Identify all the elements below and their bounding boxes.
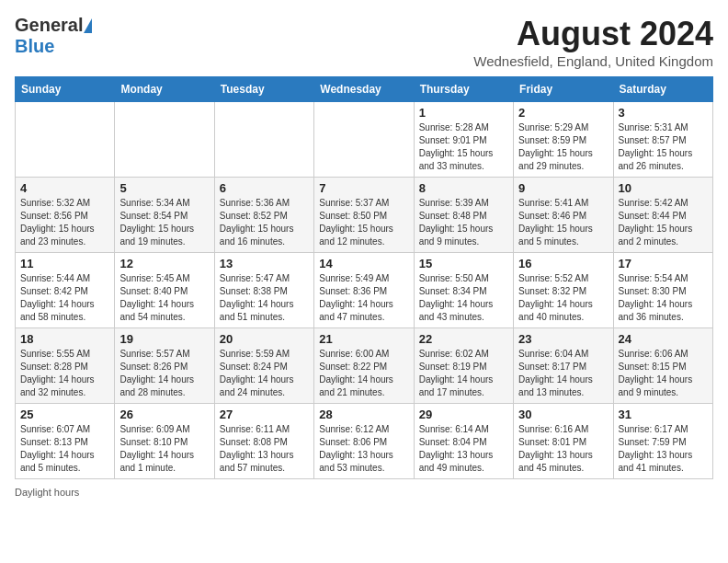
logo-general-text: General	[15, 15, 83, 36]
calendar-cell: 30Sunrise: 6:16 AM Sunset: 8:01 PM Dayli…	[514, 404, 613, 479]
calendar-cell: 16Sunrise: 5:52 AM Sunset: 8:32 PM Dayli…	[514, 253, 613, 328]
calendar-body: 1Sunrise: 5:28 AM Sunset: 9:01 PM Daylig…	[16, 102, 713, 479]
day-of-week-header: Wednesday	[314, 77, 414, 102]
calendar-cell: 3Sunrise: 5:31 AM Sunset: 8:57 PM Daylig…	[613, 102, 712, 178]
day-info: Sunrise: 5:37 AM Sunset: 8:50 PM Dayligh…	[319, 197, 408, 248]
day-number: 26	[119, 408, 209, 421]
calendar-cell: 25Sunrise: 6:07 AM Sunset: 8:13 PM Dayli…	[16, 404, 115, 479]
calendar-cell: 24Sunrise: 6:06 AM Sunset: 8:15 PM Dayli…	[613, 328, 712, 404]
calendar-cell: 19Sunrise: 5:57 AM Sunset: 8:26 PM Dayli…	[115, 328, 214, 404]
calendar-cell: 13Sunrise: 5:47 AM Sunset: 8:38 PM Dayli…	[214, 253, 313, 328]
day-of-week-header: Saturday	[613, 77, 712, 102]
day-of-week-header: Friday	[514, 77, 613, 102]
day-number: 3	[619, 106, 708, 120]
day-info: Sunrise: 6:07 AM Sunset: 8:13 PM Dayligh…	[20, 423, 109, 475]
calendar-cell: 21Sunrise: 6:00 AM Sunset: 8:22 PM Dayli…	[314, 328, 414, 404]
day-info: Sunrise: 5:45 AM Sunset: 8:40 PM Dayligh…	[119, 272, 209, 324]
day-info: Sunrise: 5:52 AM Sunset: 8:32 PM Dayligh…	[518, 272, 608, 324]
calendar-cell: 23Sunrise: 6:04 AM Sunset: 8:17 PM Dayli…	[514, 328, 613, 404]
day-info: Sunrise: 5:49 AM Sunset: 8:36 PM Dayligh…	[319, 272, 408, 324]
day-number: 27	[220, 408, 309, 421]
calendar-cell: 5Sunrise: 5:34 AM Sunset: 8:54 PM Daylig…	[115, 178, 214, 253]
day-info: Sunrise: 6:00 AM Sunset: 8:22 PM Dayligh…	[319, 348, 408, 399]
day-info: Sunrise: 6:11 AM Sunset: 8:08 PM Dayligh…	[220, 423, 309, 475]
calendar-cell: 15Sunrise: 5:50 AM Sunset: 8:34 PM Dayli…	[414, 253, 513, 328]
logo: General Blue	[15, 15, 92, 57]
day-number: 28	[319, 408, 408, 421]
day-of-week-header: Monday	[115, 77, 214, 102]
calendar-cell: 27Sunrise: 6:11 AM Sunset: 8:08 PM Dayli…	[214, 404, 313, 479]
day-info: Sunrise: 5:57 AM Sunset: 8:26 PM Dayligh…	[119, 348, 209, 399]
footer-note: Daylight hours	[15, 487, 713, 498]
calendar-week-row: 25Sunrise: 6:07 AM Sunset: 8:13 PM Dayli…	[16, 404, 713, 479]
day-info: Sunrise: 5:54 AM Sunset: 8:30 PM Dayligh…	[619, 272, 708, 324]
day-number: 11	[20, 257, 109, 270]
day-info: Sunrise: 6:16 AM Sunset: 8:01 PM Dayligh…	[518, 423, 608, 475]
day-number: 21	[319, 332, 408, 346]
day-info: Sunrise: 5:36 AM Sunset: 8:52 PM Dayligh…	[220, 197, 309, 248]
days-of-week-row: SundayMondayTuesdayWednesdayThursdayFrid…	[16, 77, 713, 102]
calendar-cell	[16, 102, 115, 178]
day-info: Sunrise: 5:29 AM Sunset: 8:59 PM Dayligh…	[518, 121, 608, 173]
day-number: 4	[20, 181, 109, 195]
day-number: 10	[619, 181, 708, 195]
day-info: Sunrise: 5:41 AM Sunset: 8:46 PM Dayligh…	[518, 197, 608, 248]
calendar-cell: 26Sunrise: 6:09 AM Sunset: 8:10 PM Dayli…	[115, 404, 214, 479]
day-number: 18	[20, 332, 109, 346]
day-info: Sunrise: 6:14 AM Sunset: 8:04 PM Dayligh…	[419, 423, 508, 475]
day-number: 14	[319, 257, 408, 270]
day-info: Sunrise: 6:09 AM Sunset: 8:10 PM Dayligh…	[119, 423, 209, 475]
day-number: 30	[518, 408, 608, 421]
day-of-week-header: Sunday	[16, 77, 115, 102]
calendar-table: SundayMondayTuesdayWednesdayThursdayFrid…	[15, 76, 713, 479]
day-info: Sunrise: 6:02 AM Sunset: 8:19 PM Dayligh…	[419, 348, 508, 399]
day-info: Sunrise: 5:44 AM Sunset: 8:42 PM Dayligh…	[20, 272, 109, 324]
day-info: Sunrise: 5:28 AM Sunset: 9:01 PM Dayligh…	[419, 121, 508, 173]
logo-triangle-icon	[84, 18, 92, 33]
day-number: 12	[119, 257, 209, 270]
calendar-cell: 12Sunrise: 5:45 AM Sunset: 8:40 PM Dayli…	[115, 253, 214, 328]
calendar-week-row: 18Sunrise: 5:55 AM Sunset: 8:28 PM Dayli…	[16, 328, 713, 404]
day-number: 20	[220, 332, 309, 346]
day-info: Sunrise: 5:31 AM Sunset: 8:57 PM Dayligh…	[619, 121, 708, 173]
calendar-cell: 18Sunrise: 5:55 AM Sunset: 8:28 PM Dayli…	[16, 328, 115, 404]
calendar-cell: 4Sunrise: 5:32 AM Sunset: 8:56 PM Daylig…	[16, 178, 115, 253]
calendar-week-row: 11Sunrise: 5:44 AM Sunset: 8:42 PM Dayli…	[16, 253, 713, 328]
calendar-cell: 2Sunrise: 5:29 AM Sunset: 8:59 PM Daylig…	[514, 102, 613, 178]
day-number: 8	[419, 181, 508, 195]
day-info: Sunrise: 6:12 AM Sunset: 8:06 PM Dayligh…	[319, 423, 408, 475]
calendar-cell: 17Sunrise: 5:54 AM Sunset: 8:30 PM Dayli…	[613, 253, 712, 328]
calendar-cell: 9Sunrise: 5:41 AM Sunset: 8:46 PM Daylig…	[514, 178, 613, 253]
day-number: 24	[619, 332, 708, 346]
day-number: 17	[619, 257, 708, 270]
calendar-cell	[214, 102, 313, 178]
day-info: Sunrise: 5:39 AM Sunset: 8:48 PM Dayligh…	[419, 197, 508, 248]
day-info: Sunrise: 6:04 AM Sunset: 8:17 PM Dayligh…	[518, 348, 608, 399]
day-number: 29	[419, 408, 508, 421]
day-info: Sunrise: 5:55 AM Sunset: 8:28 PM Dayligh…	[20, 348, 109, 399]
month-title: August 2024	[473, 15, 713, 53]
calendar-week-row: 4Sunrise: 5:32 AM Sunset: 8:56 PM Daylig…	[16, 178, 713, 253]
calendar-cell: 22Sunrise: 6:02 AM Sunset: 8:19 PM Dayli…	[414, 328, 513, 404]
day-info: Sunrise: 6:17 AM Sunset: 7:59 PM Dayligh…	[619, 423, 708, 475]
calendar-cell	[314, 102, 414, 178]
calendar-cell: 7Sunrise: 5:37 AM Sunset: 8:50 PM Daylig…	[314, 178, 414, 253]
logo-blue-text: Blue	[15, 36, 54, 56]
calendar-cell: 14Sunrise: 5:49 AM Sunset: 8:36 PM Dayli…	[314, 253, 414, 328]
calendar-cell: 6Sunrise: 5:36 AM Sunset: 8:52 PM Daylig…	[214, 178, 313, 253]
day-info: Sunrise: 5:32 AM Sunset: 8:56 PM Dayligh…	[20, 197, 109, 248]
day-of-week-header: Tuesday	[214, 77, 313, 102]
day-number: 22	[419, 332, 508, 346]
day-info: Sunrise: 5:50 AM Sunset: 8:34 PM Dayligh…	[419, 272, 508, 324]
day-number: 19	[119, 332, 209, 346]
calendar-cell: 31Sunrise: 6:17 AM Sunset: 7:59 PM Dayli…	[613, 404, 712, 479]
title-area: August 2024 Wednesfield, England, United…	[473, 15, 713, 69]
calendar-cell: 10Sunrise: 5:42 AM Sunset: 8:44 PM Dayli…	[613, 178, 712, 253]
day-info: Sunrise: 5:34 AM Sunset: 8:54 PM Dayligh…	[119, 197, 209, 248]
day-number: 9	[518, 181, 608, 195]
day-number: 16	[518, 257, 608, 270]
calendar-cell: 1Sunrise: 5:28 AM Sunset: 9:01 PM Daylig…	[414, 102, 513, 178]
calendar-cell: 11Sunrise: 5:44 AM Sunset: 8:42 PM Dayli…	[16, 253, 115, 328]
calendar-cell: 28Sunrise: 6:12 AM Sunset: 8:06 PM Dayli…	[314, 404, 414, 479]
day-info: Sunrise: 5:47 AM Sunset: 8:38 PM Dayligh…	[220, 272, 309, 324]
